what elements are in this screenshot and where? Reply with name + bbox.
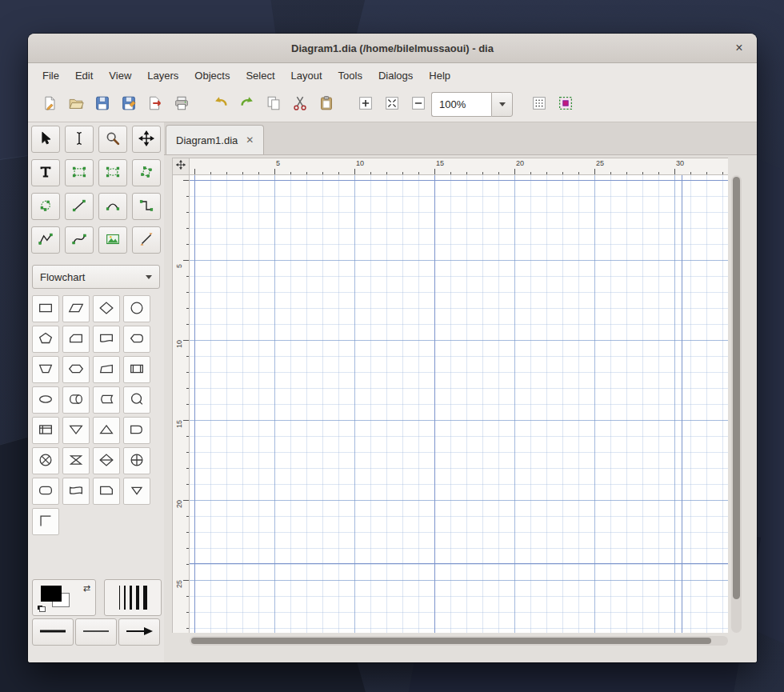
flowchart-drum-button[interactable] [62, 386, 90, 414]
menu-help[interactable]: Help [421, 66, 458, 86]
flowchart-parallelogram-button[interactable] [62, 295, 90, 322]
vertical-scrollbar[interactable] [731, 175, 742, 633]
flowchart-extract-button[interactable] [93, 417, 120, 444]
window-close-button[interactable]: × [730, 38, 749, 58]
flowchart-box-button[interactable] [32, 295, 59, 322]
flowchart-delay-button[interactable] [123, 417, 150, 444]
menu-objects[interactable]: Objects [186, 66, 238, 86]
save-button[interactable] [89, 91, 115, 118]
flowchart-cut-corner-box-button[interactable] [93, 478, 120, 505]
flowchart-merge-button[interactable] [62, 417, 90, 444]
flowchart-punched-tape-button[interactable] [62, 478, 90, 505]
text-tool-button[interactable] [31, 159, 60, 186]
ruler-origin-button[interactable] [172, 158, 190, 175]
default-colors-icon[interactable] [38, 606, 46, 612]
flowchart-hexagon-button[interactable] [62, 356, 90, 383]
flowchart-display-button[interactable] [123, 326, 150, 353]
polygon-tool-button[interactable] [132, 159, 161, 186]
line-style-selector[interactable] [75, 618, 117, 646]
redo-button[interactable] [234, 91, 260, 118]
export-button[interactable] [142, 91, 168, 118]
line-width-3[interactable] [130, 586, 132, 610]
window-titlebar[interactable]: Diagram1.dia (/home/bilelmussaoui) - dia… [28, 34, 757, 63]
arc-tool-button[interactable] [98, 193, 127, 220]
flowchart-collate-button[interactable] [62, 447, 90, 474]
flowchart-inverted-trapezoid-button[interactable] [32, 356, 59, 383]
undo-button[interactable] [207, 91, 234, 118]
menu-layout[interactable]: Layout [283, 66, 330, 86]
copy-button[interactable] [260, 91, 286, 118]
cut-button[interactable] [286, 91, 313, 118]
flowchart-offpage-circle-button[interactable] [123, 386, 150, 414]
menu-view[interactable]: View [101, 66, 139, 86]
flowchart-document-button[interactable] [93, 326, 120, 353]
beziergon-tool-button[interactable] [31, 193, 60, 220]
modify-tool-button[interactable] [31, 126, 60, 153]
vertical-scrollbar-thumb[interactable] [733, 177, 740, 599]
vertical-ruler[interactable]: 510152025 [172, 175, 190, 633]
horizontal-scrollbar-thumb[interactable] [191, 638, 711, 644]
new-button[interactable] [36, 91, 62, 118]
color-selector[interactable]: ⇄ [32, 579, 96, 616]
zigzagline-tool-button[interactable] [132, 193, 161, 220]
zoom-level-input[interactable]: 100% [431, 92, 491, 117]
zoom-in-button[interactable] [352, 91, 378, 118]
flowchart-card-button[interactable] [62, 326, 90, 353]
flowchart-rounded-box-button[interactable] [32, 478, 59, 505]
flowchart-manual-operation-button[interactable] [93, 356, 120, 383]
box-tool-button[interactable] [65, 159, 94, 186]
flowchart-diamond-button[interactable] [93, 295, 120, 322]
begin-arrow-selector[interactable] [32, 618, 74, 646]
end-arrow-selector[interactable] [118, 618, 160, 646]
bezierline-tool-button[interactable] [65, 226, 94, 254]
zoom-dropdown-button[interactable] [491, 92, 513, 117]
tab-close-icon[interactable]: ✕ [246, 134, 254, 146]
line-tool-button[interactable] [65, 193, 94, 220]
flowchart-summing-junction-button[interactable] [32, 447, 59, 474]
tab-diagram1[interactable]: Diagram1.dia ✕ [166, 125, 264, 154]
flowchart-pentagon-button[interactable] [32, 326, 59, 353]
image-tool-button[interactable] [98, 226, 127, 254]
scroll-tool-button[interactable] [132, 126, 161, 153]
flowchart-predefined-process-button[interactable] [123, 356, 150, 383]
sheet-selector-dropdown[interactable]: Flowchart [32, 265, 160, 289]
polyline-tool-button[interactable] [31, 226, 60, 254]
flowchart-or-junction-button[interactable] [123, 447, 150, 474]
menu-layers[interactable]: Layers [139, 66, 186, 86]
menu-select[interactable]: Select [238, 66, 282, 86]
horizontal-scrollbar[interactable] [190, 636, 728, 646]
flowchart-ellipse-button[interactable] [123, 295, 150, 322]
horizontal-ruler[interactable]: 51015202530 [190, 158, 728, 175]
line-width-5[interactable] [143, 586, 147, 610]
line-width-selector[interactable] [104, 579, 162, 616]
line-width-4[interactable] [136, 586, 139, 610]
text-edit-tool-button[interactable] [65, 126, 94, 153]
outline-tool-button[interactable] [132, 226, 161, 254]
foreground-color-swatch[interactable] [41, 586, 62, 602]
ellipse-tool-button[interactable] [98, 159, 127, 186]
zoom-fit-button[interactable] [378, 91, 405, 118]
menu-edit[interactable]: Edit [67, 66, 101, 86]
line-width-1[interactable] [119, 586, 120, 610]
save-as-button[interactable] [115, 91, 142, 118]
menu-dialogs[interactable]: Dialogs [370, 66, 421, 86]
print-button[interactable] [168, 91, 194, 118]
menu-file[interactable]: File [34, 66, 67, 86]
swap-colors-icon[interactable]: ⇄ [83, 583, 90, 594]
paste-button[interactable] [313, 91, 339, 118]
line-width-2[interactable] [124, 586, 126, 610]
diagram-canvas[interactable] [190, 175, 728, 633]
flowchart-corner-bracket-button[interactable] [32, 508, 59, 535]
flowchart-terminal-oval-button[interactable] [32, 386, 59, 414]
flowchart-stored-data-button[interactable] [93, 386, 120, 414]
open-button[interactable] [62, 91, 89, 118]
flowchart-sort-button[interactable] [93, 447, 120, 474]
export-icon [146, 94, 164, 114]
flowchart-internal-storage-button[interactable] [32, 417, 59, 444]
magnify-tool-button[interactable] [98, 126, 127, 153]
snap-to-grid-button[interactable] [552, 91, 578, 118]
zoom-out-button[interactable] [405, 91, 431, 118]
menu-tools[interactable]: Tools [330, 66, 370, 86]
flowchart-small-merge-button[interactable] [123, 478, 150, 505]
grid-toggle-button[interactable] [526, 91, 552, 118]
